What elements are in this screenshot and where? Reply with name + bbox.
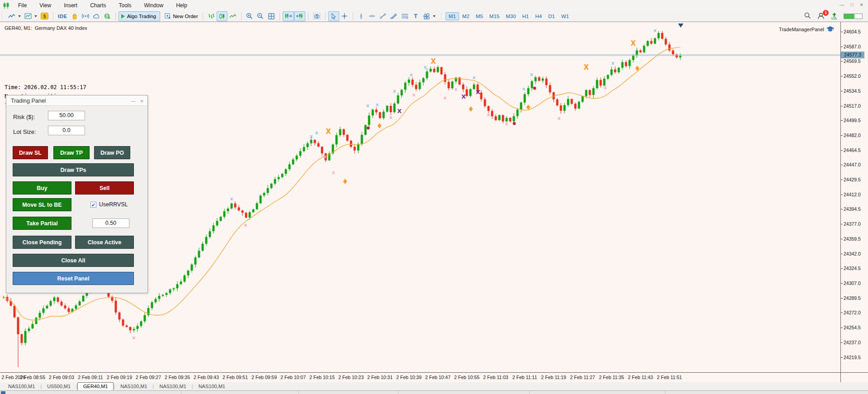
chart-tab[interactable]: NAS100,M1 <box>193 383 231 390</box>
toolbar-drag-handle[interactable] <box>441 13 442 20</box>
trading-panel-title[interactable]: Trading Panel <box>7 96 147 106</box>
line-chart-type-icon[interactable] <box>228 11 238 21</box>
timeframe-button[interactable]: H4 <box>532 12 545 20</box>
signals-icon[interactable] <box>80 11 91 21</box>
close-pending-button[interactable]: Close Pending <box>13 236 71 249</box>
time-tick-label: 2 Feb 11:11 <box>512 375 537 380</box>
window-close-icon[interactable]: ✕ <box>860 2 863 7</box>
take-partial-button[interactable]: Take Partial <box>13 217 71 230</box>
svg-text:x: x <box>375 102 379 108</box>
search-icon[interactable] <box>804 12 811 20</box>
time-tick-label: 2 Feb 09:19 <box>107 375 132 380</box>
checkbox-check-icon[interactable]: ✔ <box>90 202 96 208</box>
window-minimize-icon[interactable]: — <box>840 2 844 7</box>
menu-item[interactable]: Tools <box>113 0 138 11</box>
draw-tp-button[interactable]: Draw TP <box>53 146 90 159</box>
window-restore-icon[interactable]: □ <box>851 2 854 7</box>
lot-size-input[interactable]: 0.0 <box>48 126 85 135</box>
buy-button[interactable]: Buy <box>13 181 71 195</box>
text-tool-icon[interactable]: T <box>410 11 421 21</box>
time-tick-label: 2 Feb 09:27 <box>136 375 161 380</box>
chart-symbol-title: GER40, M1: Germany DAX 40 Index <box>5 25 87 31</box>
menu-item[interactable]: View <box>33 0 57 11</box>
menu-item[interactable]: Charts <box>84 0 112 11</box>
notification-badge: 1 <box>823 10 829 16</box>
indicator-list-button[interactable] <box>6 11 23 21</box>
chart-window-button[interactable] <box>23 11 39 21</box>
svg-text:x: x <box>505 121 508 127</box>
use-rrvsl-checkbox[interactable]: ✔ UseRRVSL <box>90 201 128 208</box>
ide-button[interactable]: IDE <box>56 11 69 21</box>
vertical-line-tool-icon[interactable] <box>356 11 367 21</box>
timeframe-button[interactable]: M2 <box>459 12 473 20</box>
timeframe-button[interactable]: D1 <box>545 12 558 20</box>
chart-auto-scroll-icon[interactable] <box>294 11 305 21</box>
zoom-in-icon[interactable] <box>244 11 255 21</box>
new-order-button[interactable]: New Order <box>163 11 200 21</box>
menu-item[interactable]: Insert <box>57 0 84 11</box>
time-tick-label: 2 Feb 11:43 <box>628 375 653 380</box>
trading-panel-dialog[interactable]: Trading Panel — ✕ Risk ($): 50.00 Lot Si… <box>6 95 148 293</box>
menu-item[interactable]: Help <box>170 0 194 11</box>
svg-text:x: x <box>315 130 318 136</box>
lvl-icon[interactable]: LVL <box>831 13 837 20</box>
move-sl-to-be-button[interactable]: Move SL to BE <box>13 198 71 211</box>
sell-button[interactable]: Sell <box>75 181 134 195</box>
horizontal-line-tool-icon[interactable] <box>367 11 378 21</box>
menu-item[interactable]: Window <box>138 0 170 11</box>
community-globe-icon[interactable] <box>102 11 113 21</box>
price-tick-label: 24499.5 <box>844 118 861 123</box>
trade-manager-panel-label: TradeManagerPanel <box>779 26 834 32</box>
main-toolbar: $ IDE Algo Trading New Order <box>0 11 868 22</box>
timeframe-button[interactable]: M1 <box>446 12 459 20</box>
zoom-out-icon[interactable] <box>255 11 266 21</box>
svg-text:x: x <box>309 133 313 139</box>
shapes-tool-icon[interactable] <box>421 11 437 21</box>
timeframe-button[interactable]: H1 <box>519 12 532 20</box>
timeframe-button[interactable]: M15 <box>486 12 503 20</box>
toolbar-drag-handle[interactable] <box>1 13 3 20</box>
tile-windows-icon[interactable] <box>266 11 277 21</box>
chart-tab[interactable]: NAS100,M1 <box>115 383 152 390</box>
chart-tab[interactable]: NAS100,M1 <box>154 383 191 390</box>
svg-text:x: x <box>522 86 525 92</box>
bar-chart-type-icon[interactable] <box>206 11 217 21</box>
chart-tab[interactable]: GER40,M1 <box>77 382 114 390</box>
fibonacci-tool-icon[interactable] <box>399 11 410 21</box>
chart-shift-end-icon[interactable] <box>283 11 294 21</box>
partial-ratio-input[interactable]: 0.50 <box>92 218 129 228</box>
account-level-progress-bar <box>844 14 863 19</box>
risk-input[interactable]: 50.00 <box>48 111 85 120</box>
market-bag-icon[interactable] <box>69 11 80 21</box>
user-profile-icon[interactable]: 1 <box>817 12 825 20</box>
dollar-icon[interactable]: $ <box>39 11 50 21</box>
candlestick-chart-type-icon[interactable] <box>217 11 228 21</box>
panel-minimize-icon[interactable]: — <box>131 99 136 104</box>
close-active-button[interactable]: Close Active <box>75 236 134 249</box>
timeframe-button[interactable]: M30 <box>503 12 519 20</box>
svg-text:x: x <box>603 85 607 90</box>
crosshair-tool-icon[interactable] <box>339 11 350 21</box>
chart-tab[interactable]: US500,M1 <box>42 383 76 390</box>
chart-tab[interactable]: NAS100,M1 <box>3 383 40 390</box>
time-axis[interactable]: 2 Feb 20262 Feb 08:552 Feb 09:032 Feb 09… <box>0 372 840 382</box>
draw-po-button[interactable]: Draw PO <box>94 146 130 159</box>
time-tick-label: 2 Feb 10:07 <box>280 375 306 380</box>
timeframe-button[interactable]: W1 <box>558 12 572 20</box>
timeframe-button[interactable]: M5 <box>473 12 486 20</box>
status-indicator <box>1 391 5 394</box>
draw-tps-button[interactable]: Draw TPs <box>13 163 134 176</box>
draw-sl-button[interactable]: Draw SL <box>13 146 48 159</box>
algo-trading-button[interactable]: Algo Trading <box>119 11 161 21</box>
trendline-tool-icon[interactable] <box>378 11 389 21</box>
reset-panel-button[interactable]: Reset Panel <box>13 272 134 285</box>
cursor-tool-icon[interactable] <box>328 11 339 21</box>
channel-tool-icon[interactable] <box>389 11 399 21</box>
price-axis[interactable]: 24604.524587.024569.524552.024534.524517… <box>840 22 868 372</box>
panel-close-icon[interactable]: ✕ <box>140 99 144 104</box>
expert-advisor-icon[interactable] <box>826 26 834 32</box>
menu-item[interactable]: File <box>12 0 33 11</box>
screenshot-camera-icon[interactable] <box>311 11 323 21</box>
cloud-icon[interactable] <box>91 11 102 21</box>
close-all-button[interactable]: Close All <box>13 254 134 267</box>
